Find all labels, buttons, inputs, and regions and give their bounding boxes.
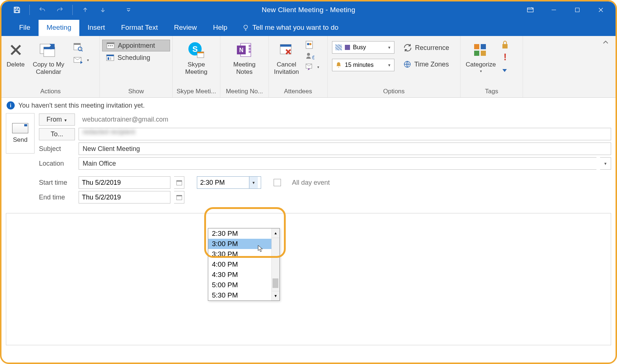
group-label-meeting-notes: Meeting No...	[223, 86, 266, 97]
group-options: Busy ▼ 15 minutes ▼ Recurrence	[328, 36, 461, 97]
time-option[interactable]: 5:00 PM	[208, 280, 279, 290]
copy-calendar-icon	[39, 42, 58, 58]
start-time-field[interactable]: 2:30 PM ▼	[197, 176, 261, 189]
svg-rect-26	[249, 45, 251, 47]
svg-rect-50	[176, 195, 181, 197]
time-zones-button[interactable]: Time Zones	[400, 59, 453, 70]
scroll-down-button[interactable]: ▼	[271, 291, 279, 300]
low-importance-button[interactable]	[501, 65, 509, 73]
time-option[interactable]: 3:00 PM	[208, 239, 279, 249]
scrollbar-thumb[interactable]	[273, 278, 278, 288]
scheduling-icon	[106, 54, 115, 62]
svg-point-36	[307, 53, 310, 56]
start-date-field[interactable]: Thu 5/2/2019	[79, 176, 170, 189]
meeting-notes-button[interactable]: N Meeting Notes	[230, 38, 258, 76]
svg-point-4	[244, 25, 248, 29]
meeting-form: Send From ▼ webucatortrainer@gmail.com T…	[1, 113, 616, 208]
ribbon-display-options-icon[interactable]	[524, 5, 537, 15]
redo-icon[interactable]	[55, 5, 65, 15]
globe-icon	[403, 60, 411, 68]
appointment-button[interactable]: Appointment	[102, 40, 170, 51]
private-button[interactable]	[501, 40, 509, 49]
undo-icon[interactable]	[37, 5, 47, 15]
minimize-icon[interactable]	[547, 5, 560, 15]
start-time-dropdown-button[interactable]: ▼	[249, 177, 258, 188]
tell-me-search[interactable]: Tell me what you want to do	[235, 24, 343, 36]
delete-button[interactable]: Delete	[4, 38, 28, 68]
copy-to-my-calendar-button[interactable]: Copy to My Calendar	[30, 38, 67, 76]
ribbon-tabs: File Meeting Insert Format Text Review H…	[1, 18, 616, 36]
bell-icon	[335, 62, 342, 68]
save-icon[interactable]	[12, 5, 22, 15]
time-option[interactable]: 4:30 PM	[208, 270, 279, 280]
categorize-button[interactable]: Categorize ▾	[463, 38, 499, 73]
cancel-invitation-button[interactable]: Cancel Invitation	[271, 38, 302, 76]
time-option[interactable]: 5:30 PM	[208, 290, 279, 300]
quick-access-toolbar	[1, 5, 134, 15]
chevron-up-icon	[602, 40, 609, 45]
all-day-label: All day event	[292, 179, 330, 187]
collapse-ribbon-button[interactable]	[596, 36, 616, 97]
high-importance-button[interactable]: !	[501, 52, 509, 62]
time-option[interactable]: 4:00 PM	[208, 259, 279, 270]
to-button[interactable]: To...	[39, 128, 75, 140]
scheduling-button[interactable]: Scheduling	[102, 52, 170, 63]
group-attendees: Cancel Invitation @ ▾ Attendees	[269, 36, 328, 97]
start-date-picker-button[interactable]	[174, 176, 184, 189]
group-label-skype: Skype Meeti...	[175, 86, 218, 97]
calendar-small-button[interactable]	[69, 40, 93, 53]
busy-swatch-icon	[345, 45, 350, 50]
send-button[interactable]: Send	[6, 113, 35, 154]
all-day-checkbox[interactable]	[274, 179, 281, 186]
svg-point-34	[307, 43, 309, 45]
location-label: Location	[39, 160, 75, 167]
start-time-dropdown-list[interactable]: ▲ ▼ 2:30 PM3:00 PM3:30 PM4:00 PM4:30 PM5…	[208, 228, 280, 301]
group-show: Appointment Scheduling Show	[100, 36, 173, 97]
time-option[interactable]: 2:30 PM	[208, 228, 279, 239]
subject-field[interactable]	[79, 143, 611, 155]
location-field[interactable]	[79, 157, 596, 170]
calendar-icon	[176, 194, 183, 201]
window-controls	[524, 5, 616, 15]
group-label-options: Options	[330, 86, 458, 97]
time-option[interactable]: 3:30 PM	[208, 249, 279, 259]
svg-rect-33	[306, 41, 313, 48]
skype-meeting-button[interactable]: S Skype Meeting	[182, 38, 210, 76]
group-label-tags: Tags	[463, 86, 520, 97]
customize-qat-icon[interactable]	[123, 5, 134, 15]
svg-rect-19	[108, 57, 109, 60]
tab-help[interactable]: Help	[205, 20, 235, 36]
address-book-button[interactable]	[304, 40, 320, 50]
previous-item-icon[interactable]	[80, 5, 90, 15]
to-field[interactable]: redacted recipient	[79, 128, 611, 140]
svg-rect-20	[110, 57, 111, 60]
response-options-button[interactable]: ▾	[304, 62, 320, 72]
svg-rect-45	[481, 51, 486, 56]
location-dropdown-button[interactable]: ▼	[600, 157, 611, 170]
tab-file[interactable]: File	[11, 20, 39, 36]
end-date-field[interactable]: Thu 5/2/2019	[79, 191, 170, 203]
tab-review[interactable]: Review	[166, 20, 205, 36]
maximize-icon[interactable]	[571, 5, 584, 15]
check-names-button[interactable]: @	[304, 51, 320, 61]
scroll-up-button[interactable]: ▲	[271, 228, 279, 238]
reminder-combo[interactable]: 15 minutes ▼	[332, 59, 394, 71]
svg-rect-42	[474, 44, 479, 49]
svg-rect-13	[107, 43, 114, 44]
svg-text:@: @	[312, 55, 314, 60]
from-button[interactable]: From ▼	[39, 113, 75, 126]
recurrence-button[interactable]: Recurrence	[400, 42, 453, 54]
tab-insert[interactable]: Insert	[79, 20, 113, 36]
forward-small-button[interactable]: ▾	[69, 54, 93, 66]
ribbon: Delete Copy to My Calendar	[1, 36, 616, 98]
close-icon[interactable]	[594, 5, 607, 15]
next-item-icon[interactable]	[98, 5, 108, 15]
delete-x-icon	[8, 42, 24, 58]
show-as-combo[interactable]: Busy ▼	[332, 41, 394, 54]
svg-rect-1	[15, 10, 18, 12]
svg-text:S: S	[192, 44, 198, 54]
tab-format-text[interactable]: Format Text	[113, 20, 166, 36]
end-date-picker-button[interactable]	[174, 191, 184, 203]
meeting-body-editor[interactable]	[6, 213, 611, 345]
tab-meeting[interactable]: Meeting	[39, 20, 80, 36]
